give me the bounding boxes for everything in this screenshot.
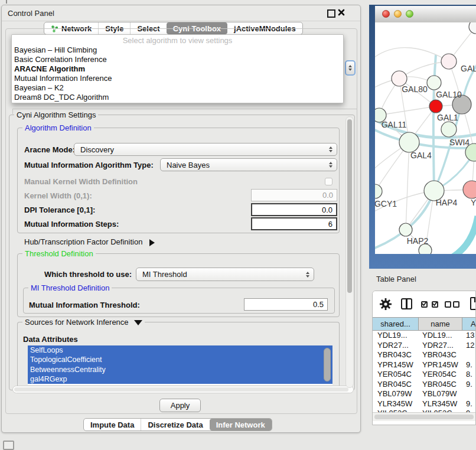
apply-button[interactable]: Apply xyxy=(159,399,201,412)
table-cell[interactable] xyxy=(466,389,475,399)
vertical-scrollbar-thumb[interactable] xyxy=(347,119,352,293)
table-panel-widget: shared... name A YDL19... YDL19... 13 YD… xyxy=(372,291,476,425)
node-swi4[interactable] xyxy=(441,122,457,137)
node-labels: GAL GAL80 GAL10 GAL1 GAL11 SWI4 GAL4 GCY… xyxy=(375,64,476,246)
table-cell[interactable]: YBR045C xyxy=(377,380,416,390)
titlebar-divider xyxy=(2,21,360,21)
window-zoom-icon[interactable] xyxy=(406,10,413,18)
select-all-icon[interactable] xyxy=(421,301,438,309)
node-label: GAL11 xyxy=(382,120,407,129)
table-cell[interactable]: YDL19... xyxy=(422,331,460,341)
table-cell[interactable]: 9. xyxy=(466,399,475,409)
tab-discretize-data[interactable]: Discretize Data xyxy=(141,419,209,431)
table-cell[interactable]: 8. xyxy=(466,370,475,380)
mi-type-label: Mutual Information Algorithm Type: xyxy=(24,161,154,169)
node-gal1-selected[interactable] xyxy=(429,100,442,113)
window-close-icon[interactable] xyxy=(382,10,390,18)
list-item[interactable]: TopologicalCoefficient xyxy=(28,355,332,364)
table-cell[interactable]: YDR27... xyxy=(377,341,416,351)
dpi-tolerance-field[interactable]: 0.0 xyxy=(251,203,337,216)
bottom-tabbar: Impute Data Discretize Data Infer Networ… xyxy=(83,418,272,431)
table-cell[interactable]: YPR145W xyxy=(377,360,416,370)
node[interactable] xyxy=(463,181,476,198)
table-cell[interactable]: YBR045C xyxy=(422,380,460,390)
table-cell[interactable]: YBR043C xyxy=(422,350,460,360)
group-title: Threshold Definition xyxy=(22,249,96,258)
columns-icon[interactable] xyxy=(401,298,412,309)
hub-section-row[interactable]: Hub/Transcription Factor Definition xyxy=(24,237,155,246)
table-scrollbar-thumb[interactable] xyxy=(374,415,474,419)
column-header-shared[interactable]: shared... xyxy=(373,317,419,331)
network-view-window: GAL GAL80 GAL10 GAL1 GAL11 SWI4 GAL4 GCY… xyxy=(369,5,476,269)
table-cell[interactable]: YER054C xyxy=(422,370,460,380)
which-threshold-label: Which threshold to use: xyxy=(44,270,132,279)
table-cell[interactable]: YBL079W xyxy=(422,389,460,399)
column-header-partial[interactable]: A xyxy=(462,317,476,331)
table-cell[interactable] xyxy=(466,350,475,360)
network-canvas[interactable]: GAL GAL80 GAL10 GAL1 GAL11 SWI4 GAL4 GCY… xyxy=(375,22,476,254)
float-icon[interactable] xyxy=(327,9,335,18)
vertical-scrollbar[interactable] xyxy=(345,116,354,388)
algorithm-option[interactable]: Mutual Information Inference xyxy=(12,74,343,83)
file-icon[interactable] xyxy=(470,297,476,310)
table-rows: YDL19... YDL19... 13 YDR27... YDR27... 1… xyxy=(373,331,475,419)
network-window-titlebar[interactable] xyxy=(375,6,476,23)
node[interactable] xyxy=(469,22,476,34)
kernel-width-field[interactable]: 0.0 xyxy=(251,189,337,201)
tab-infer-network[interactable]: Infer Network xyxy=(210,419,272,431)
mi-threshold-field[interactable]: 0.5 xyxy=(244,298,328,311)
table-cell[interactable]: YBL079W xyxy=(377,389,416,399)
floating-panel-icon[interactable] xyxy=(3,441,14,450)
table-cell[interactable]: YPR145W xyxy=(422,360,460,370)
algorithm-option[interactable]: Bayesian – K2 xyxy=(12,83,343,93)
column-header-name[interactable]: name xyxy=(419,317,462,331)
window-minimize-icon[interactable] xyxy=(394,10,402,18)
mi-steps-field[interactable]: 6 xyxy=(251,217,337,230)
table-cell[interactable]: YDL19... xyxy=(377,331,416,341)
table-cell[interactable]: 9. xyxy=(466,380,475,390)
gear-icon[interactable] xyxy=(380,298,392,310)
node-gcy1[interactable] xyxy=(375,184,382,198)
horizontal-scrollbar[interactable] xyxy=(12,386,354,393)
list-item[interactable]: BetweennessCentrality xyxy=(28,365,332,374)
manual-kernel-checkbox[interactable] xyxy=(325,178,332,185)
mi-type-combobox[interactable]: Naive Bayes xyxy=(160,158,337,171)
table-cell[interactable]: YLR345W xyxy=(377,399,416,409)
sources-collapse-icon[interactable] xyxy=(134,320,142,325)
table-cell[interactable]: 13 xyxy=(466,331,475,341)
algorithm-option-selected[interactable]: ARACNE Algorithm xyxy=(12,64,343,74)
hub-expand-icon xyxy=(149,239,155,246)
node-gal4[interactable] xyxy=(399,132,419,152)
algorithm-option[interactable]: Bayesian – Hill Climbing xyxy=(12,45,343,55)
table-toolbar xyxy=(373,291,475,317)
table-cell[interactable]: YLR345W xyxy=(422,399,460,409)
node-hap2[interactable] xyxy=(399,223,412,236)
table-cell[interactable]: YBR043C xyxy=(377,350,416,360)
node-gal10[interactable] xyxy=(427,76,441,90)
algorithm-option[interactable]: Basic Correlation Inference xyxy=(12,55,343,64)
node[interactable] xyxy=(441,54,457,69)
panel-title: Control Panel xyxy=(8,9,54,18)
node-label: GAL4 xyxy=(410,151,432,160)
aracne-mode-combobox[interactable]: Discovery xyxy=(74,143,337,156)
node-label: HAP2 xyxy=(407,236,429,246)
mi-threshold-label: Mutual Information Threshold: xyxy=(29,301,140,309)
deselect-all-icon[interactable] xyxy=(445,301,459,309)
algorithm-dropdown-list: Select algorithm to view settings Bayesi… xyxy=(11,34,344,103)
table-cell[interactable]: YER054C xyxy=(377,370,416,380)
data-attributes-label: Data Attributes xyxy=(23,335,78,344)
list-item[interactable]: gal4RGexp xyxy=(28,374,332,384)
which-threshold-combobox[interactable]: MI Threshold xyxy=(136,268,314,281)
algorithm-option[interactable]: Dream8 DC_TDC Algorithm xyxy=(12,93,343,102)
list-scrollbar[interactable] xyxy=(324,348,331,381)
table-cell[interactable]: YDR27... xyxy=(422,341,460,351)
horizontal-scrollbar-thumb[interactable] xyxy=(14,387,348,392)
tab-impute-data[interactable]: Impute Data xyxy=(84,419,141,431)
table-cell[interactable]: 12 xyxy=(466,341,475,351)
combo-stepper-icon[interactable] xyxy=(345,60,356,76)
close-icon[interactable] xyxy=(338,9,345,17)
control-panel-window: Control Panel Network Style Select Cyni … xyxy=(1,5,361,433)
table-cell[interactable]: 9. xyxy=(466,360,475,370)
table-horizontal-scrollbar[interactable] xyxy=(373,412,475,421)
list-item[interactable]: SelfLoops xyxy=(28,345,332,355)
